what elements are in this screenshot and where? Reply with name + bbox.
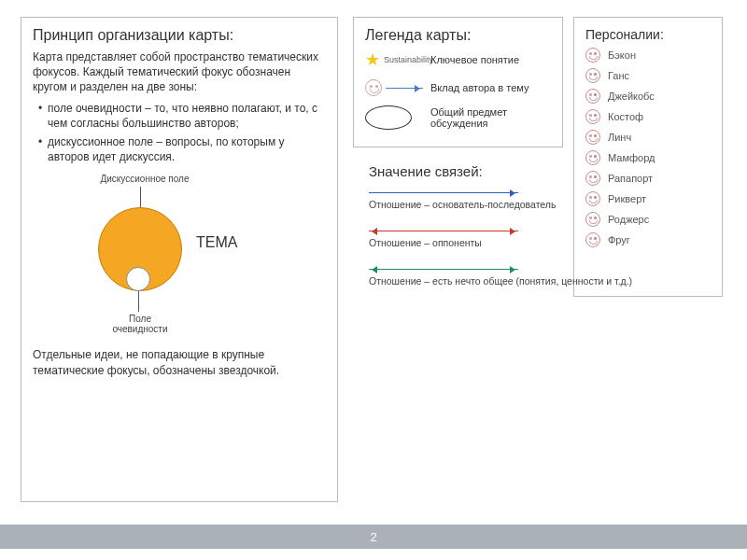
legend-title: Легенда карты: — [365, 27, 551, 44]
personalities-title: Персоналии: — [585, 27, 711, 42]
star-icon: ★ — [365, 49, 380, 70]
relation-founder: Отношение – основатель-последователь — [369, 192, 724, 210]
relation-common-text: Отношение – есть нечто общее (понятия, ц… — [369, 275, 724, 287]
principle-title: Принцип организации карты: — [33, 27, 326, 44]
personality-name: Мамфорд — [608, 152, 655, 163]
smiley-icon — [585, 68, 600, 83]
page-footer: 2 — [0, 525, 747, 549]
smiley-icon — [585, 89, 600, 104]
personality-row: Линч — [585, 130, 711, 145]
personality-name: Джейкобс — [608, 91, 655, 102]
arrow-icon — [386, 88, 423, 89]
arrow-up-icon — [138, 291, 139, 312]
bullet-evidence: поле очевидности – то, что неявно полага… — [38, 101, 326, 131]
legend-row-oval: Общий предмет обсуждения — [365, 105, 551, 130]
green-arrow-icon — [369, 269, 518, 270]
theme-label: ТЕМА — [196, 234, 243, 251]
relation-opponents: Отношение – оппоненты — [369, 231, 724, 248]
legend-row-star: ★ Sustainability Ключевое понятие — [365, 49, 551, 70]
legend-star-text: Ключевое понятие — [430, 54, 551, 65]
bullet-discussion: дискуссионное поле – вопросы, по которым… — [38, 134, 326, 164]
evidence-field-label: Поле очевидности — [103, 314, 177, 334]
star-caption: Sustainability — [384, 55, 433, 64]
smiley-icon — [365, 79, 382, 96]
smiley-icon — [585, 130, 600, 145]
personality-name: Костоф — [608, 111, 643, 122]
oval-icon — [365, 105, 412, 130]
blue-arrow-icon — [369, 192, 518, 193]
legend-oval-text: Общий предмет обсуждения — [430, 106, 551, 129]
smiley-icon — [585, 109, 600, 124]
legend-face-text: Вклад автора в тему — [430, 82, 551, 93]
red-arrow-icon — [369, 231, 518, 231]
personality-row: Ганс — [585, 68, 711, 83]
personality-row: Джейкобс — [585, 89, 711, 104]
legend-row-face: Вклад автора в тему — [365, 79, 551, 96]
personality-name: Ганс — [608, 70, 629, 81]
smiley-icon — [585, 48, 600, 63]
personality-name: Бэкон — [608, 49, 636, 61]
legend-panel: Легенда карты: ★ Sustainability Ключевое… — [353, 17, 563, 147]
relation-opponents-text: Отношение – оппоненты — [369, 237, 724, 248]
personality-row: Бэкон — [585, 48, 711, 63]
arrow-down-icon — [140, 187, 141, 207]
page-number: 2 — [370, 530, 376, 544]
theme-diagram: Дискуссионное поле ТЕМА Поле очевидности — [33, 174, 326, 342]
relations-title: Значение связей: — [369, 163, 724, 179]
discussion-field-label: Дискуссионное поле — [89, 174, 201, 184]
principle-panel: Принцип организации карты: Карта предста… — [21, 17, 338, 502]
principle-footnote: Отдельные идеи, не попадающие в крупные … — [33, 347, 326, 377]
relations-section: Значение связей: Отношение – основатель-… — [369, 163, 724, 307]
principle-intro: Карта представляет собой пространство те… — [33, 49, 326, 95]
personality-row: Костоф — [585, 109, 711, 124]
relation-founder-text: Отношение – основатель-последователь — [369, 199, 724, 210]
relation-common: Отношение – есть нечто общее (понятия, ц… — [369, 269, 724, 287]
principle-bullets: поле очевидности – то, что неявно полага… — [38, 101, 326, 165]
personality-name: Линч — [608, 132, 631, 143]
